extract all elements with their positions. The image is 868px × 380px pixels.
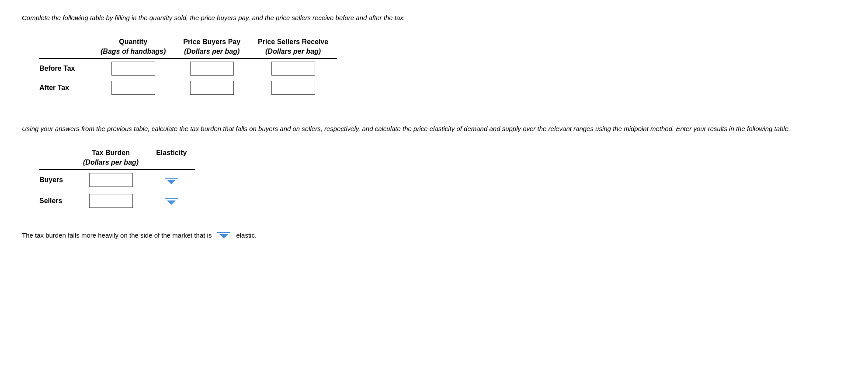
table-2-sub-header-row: (Dollars per bag) xyxy=(39,158,195,169)
sellers-elasticity-dropdown[interactable] xyxy=(162,195,181,209)
table-1-col3-sub-header: (Dollars per bag) xyxy=(249,47,337,59)
before-tax-price-sellers-input[interactable] xyxy=(271,62,315,76)
table-1-row-label-header xyxy=(39,35,92,47)
after-tax-label: After Tax xyxy=(39,78,92,97)
table-row: Before Tax xyxy=(39,59,337,78)
arrow-line-icon xyxy=(165,178,178,179)
before-tax-quantity-cell xyxy=(92,59,174,78)
instructions-2: Using your answers from the previous tab… xyxy=(22,124,846,134)
table-2: Tax Burden Elasticity (Dollars per bag) … xyxy=(39,146,195,211)
table-1-col2-sub-header: (Dollars per bag) xyxy=(174,47,249,59)
bottom-sentence-after: elastic. xyxy=(236,231,257,239)
after-tax-price-buyers-cell xyxy=(174,78,249,97)
buyers-tax-burden-cell xyxy=(74,169,147,191)
market-side-dropdown[interactable] xyxy=(215,229,233,242)
market-side-dropdown-arrow xyxy=(217,230,231,241)
table-1-col3-header: Price Sellers Receive xyxy=(249,35,337,47)
arrow-triangle-icon xyxy=(219,234,228,238)
buyers-elasticity-dropdown-arrow xyxy=(163,175,179,187)
arrow-triangle-icon xyxy=(167,200,176,205)
table-2-sub-label-header xyxy=(39,158,74,169)
table-1-col2-header: Price Buyers Pay xyxy=(174,35,249,47)
bottom-sentence-before: The tax burden falls more heavily on the… xyxy=(22,231,212,239)
before-tax-label: Before Tax xyxy=(39,59,92,78)
table-2-col2-sub-header xyxy=(147,158,195,169)
table-1-container: Quantity Price Buyers Pay Price Sellers … xyxy=(22,35,846,97)
before-tax-price-buyers-input[interactable] xyxy=(190,62,234,76)
table-1-sub-header-row: (Bags of handbags) (Dollars per bag) (Do… xyxy=(39,47,337,59)
after-tax-price-sellers-cell xyxy=(249,78,337,97)
arrow-line-icon xyxy=(165,198,178,199)
after-tax-quantity-cell xyxy=(92,78,174,97)
table-1-col1-header: Quantity xyxy=(92,35,174,47)
before-tax-price-buyers-cell xyxy=(174,59,249,78)
table-1: Quantity Price Buyers Pay Price Sellers … xyxy=(39,35,337,97)
table-1-sub-label-header xyxy=(39,47,92,59)
after-tax-price-sellers-input[interactable] xyxy=(271,81,315,95)
table-row: After Tax xyxy=(39,78,337,97)
table-1-header-row: Quantity Price Buyers Pay Price Sellers … xyxy=(39,35,337,47)
table-2-col1-header: Tax Burden xyxy=(74,146,147,158)
after-tax-quantity-input[interactable] xyxy=(111,81,155,95)
after-tax-price-buyers-input[interactable] xyxy=(190,81,234,95)
sellers-elasticity-dropdown-arrow xyxy=(163,196,179,208)
sellers-label: Sellers xyxy=(39,190,74,211)
bottom-sentence: The tax burden falls more heavily on the… xyxy=(22,229,846,242)
table-2-col1-sub-header: (Dollars per bag) xyxy=(74,158,147,169)
table-row: Sellers xyxy=(39,190,195,211)
sellers-tax-burden-cell xyxy=(74,190,147,211)
table-2-row-label-header xyxy=(39,146,74,158)
sellers-tax-burden-input[interactable] xyxy=(89,194,133,208)
table-1-col1-sub-header: (Bags of handbags) xyxy=(92,47,174,59)
table-row: Buyers xyxy=(39,169,195,191)
arrow-line-icon xyxy=(217,232,230,233)
before-tax-price-sellers-cell xyxy=(249,59,337,78)
instructions-1: Complete the following table by filling … xyxy=(22,13,846,23)
buyers-tax-burden-input[interactable] xyxy=(89,173,133,187)
buyers-label: Buyers xyxy=(39,169,74,191)
sellers-elasticity-cell xyxy=(147,190,195,211)
arrow-triangle-icon xyxy=(167,180,176,184)
table-2-header-row: Tax Burden Elasticity xyxy=(39,146,195,158)
buyers-elasticity-cell xyxy=(147,169,195,191)
table-2-col2-header: Elasticity xyxy=(147,146,195,158)
before-tax-quantity-input[interactable] xyxy=(111,62,155,76)
buyers-elasticity-dropdown[interactable] xyxy=(162,174,181,188)
table-2-container: Tax Burden Elasticity (Dollars per bag) … xyxy=(22,146,846,211)
